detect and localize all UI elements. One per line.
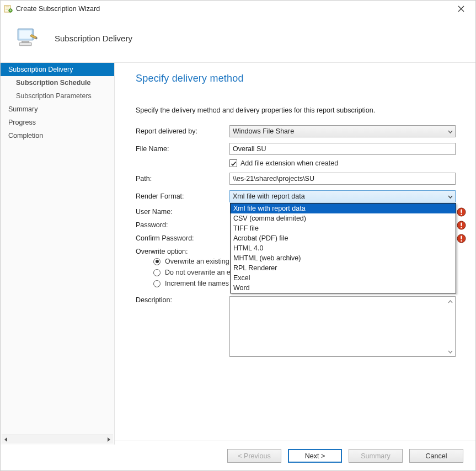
label-user-name: User Name: bbox=[136, 208, 229, 216]
render-format-option[interactable]: TIFF file bbox=[231, 223, 456, 233]
file-name-value: Overall SU bbox=[233, 145, 266, 153]
render-format-option[interactable]: Word bbox=[231, 283, 456, 293]
step-completion[interactable]: Completion bbox=[1, 129, 114, 142]
scroll-right-icon[interactable] bbox=[104, 436, 113, 443]
label-file-name: File Name: bbox=[136, 145, 229, 153]
svg-rect-1 bbox=[6, 7, 9, 7]
app-icon bbox=[4, 4, 13, 13]
sidebar-scrollbar[interactable] bbox=[2, 435, 113, 443]
label-report-delivered-by: Report delivered by: bbox=[136, 127, 229, 135]
next-button[interactable]: Next > bbox=[288, 449, 342, 463]
scroll-up-icon[interactable] bbox=[446, 297, 454, 306]
label-render-format: Render Format: bbox=[136, 192, 229, 200]
svg-rect-20 bbox=[461, 235, 462, 239]
wizard-footer: < Previous Next > Summary Cancel bbox=[115, 441, 475, 470]
radio-no-overwrite[interactable] bbox=[153, 269, 161, 276]
svg-rect-21 bbox=[461, 240, 462, 241]
svg-rect-8 bbox=[19, 30, 31, 39]
close-button[interactable] bbox=[451, 2, 471, 15]
path-value: \\es-21\shared\projects\SU bbox=[233, 175, 314, 183]
scroll-left-icon[interactable] bbox=[2, 436, 10, 443]
label-overwrite-option: Overwrite option: bbox=[136, 248, 188, 255]
path-input[interactable]: \\es-21\shared\projects\SU bbox=[229, 173, 456, 185]
label-path: Path: bbox=[136, 175, 229, 183]
close-icon bbox=[458, 6, 464, 12]
render-format-option[interactable]: Xml file with report data bbox=[231, 204, 456, 213]
add-extension-checkbox[interactable] bbox=[229, 159, 237, 167]
render-format-option[interactable]: Acrobat (PDF) file bbox=[231, 233, 456, 243]
svg-rect-2 bbox=[6, 8, 9, 8]
radio-overwrite-newer[interactable] bbox=[153, 258, 161, 265]
report-delivered-by-value: Windows File Share bbox=[233, 127, 294, 135]
render-format-option[interactable]: RPL Renderer bbox=[231, 263, 456, 273]
step-progress[interactable]: Progress bbox=[1, 116, 114, 129]
step-summary[interactable]: Summary bbox=[1, 103, 114, 116]
file-name-input[interactable]: Overall SU bbox=[229, 143, 456, 155]
chevron-down-icon bbox=[448, 127, 453, 135]
radio-increment[interactable] bbox=[153, 280, 161, 287]
label-confirm-password: Confirm Password: bbox=[136, 234, 229, 242]
step-subscription-delivery[interactable]: Subscription Delivery bbox=[1, 63, 114, 76]
wizard-header: Subscription Delivery bbox=[1, 17, 475, 63]
previous-button: < Previous bbox=[227, 449, 281, 463]
svg-rect-18 bbox=[461, 227, 462, 228]
render-format-value: Xml file with report data bbox=[233, 192, 305, 200]
window-title: Create Subscription Wizard bbox=[16, 5, 451, 13]
wizard-header-title: Subscription Delivery bbox=[55, 34, 132, 43]
chevron-down-icon bbox=[448, 192, 453, 200]
render-format-dropdown[interactable]: Xml file with report data Xml file with … bbox=[229, 190, 456, 202]
scroll-down-icon[interactable] bbox=[446, 347, 454, 356]
svg-marker-12 bbox=[108, 437, 110, 442]
wizard-icon bbox=[15, 26, 39, 50]
section-instructions: Specify the delivery method and delivery… bbox=[136, 106, 461, 114]
render-format-option[interactable]: Excel bbox=[231, 273, 456, 283]
svg-rect-15 bbox=[461, 213, 462, 215]
render-format-option[interactable]: HTML 4.0 bbox=[231, 243, 456, 253]
section-title: Specify delivery method bbox=[136, 73, 461, 84]
error-icon bbox=[457, 221, 466, 230]
svg-rect-14 bbox=[461, 209, 462, 213]
svg-rect-17 bbox=[461, 222, 462, 226]
step-subscription-schedule[interactable]: Subscription Schedule bbox=[1, 76, 114, 89]
step-subscription-parameters[interactable]: Subscription Parameters bbox=[1, 89, 114, 103]
description-input[interactable] bbox=[229, 296, 456, 357]
titlebar: Create Subscription Wizard bbox=[1, 1, 475, 17]
cancel-button[interactable]: Cancel bbox=[409, 449, 463, 463]
report-delivered-by-dropdown[interactable]: Windows File Share bbox=[229, 125, 456, 137]
label-description: Description: bbox=[136, 296, 229, 304]
svg-marker-11 bbox=[4, 437, 7, 442]
wizard-steps: Subscription Delivery Subscription Sched… bbox=[1, 63, 115, 445]
render-format-option[interactable]: MHTML (web archive) bbox=[231, 253, 456, 263]
summary-button: Summary bbox=[349, 449, 403, 463]
wizard-content: Specify delivery method Specify the deli… bbox=[115, 63, 475, 445]
render-format-list: Xml file with report data CSV (comma del… bbox=[230, 203, 456, 293]
svg-rect-3 bbox=[6, 9, 8, 9]
svg-rect-10 bbox=[19, 42, 31, 46]
error-icon bbox=[457, 207, 466, 217]
add-extension-label: Add file extension when created bbox=[240, 159, 338, 167]
check-icon bbox=[231, 160, 237, 167]
label-password: Password: bbox=[136, 221, 229, 229]
render-format-option[interactable]: CSV (comma delimited) bbox=[231, 213, 456, 223]
error-icon bbox=[457, 234, 466, 243]
